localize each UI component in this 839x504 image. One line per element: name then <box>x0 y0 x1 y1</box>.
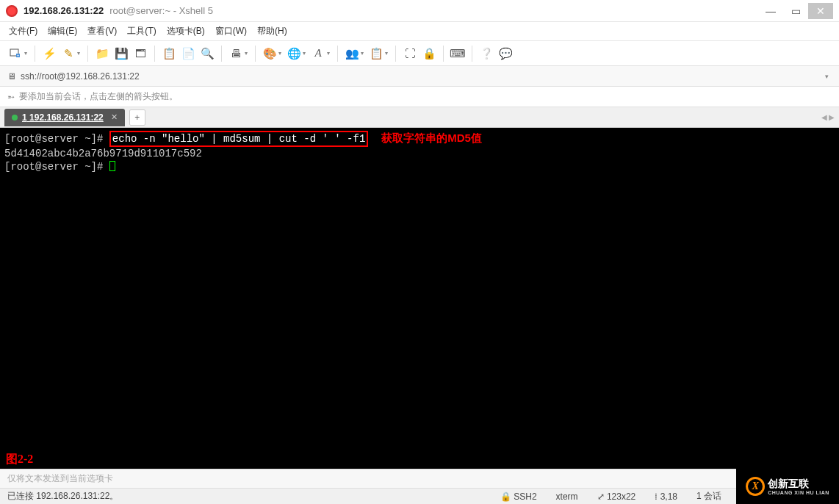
tab-next-icon[interactable]: ▶ <box>829 113 835 121</box>
dropdown-icon[interactable]: ▾ <box>361 50 364 57</box>
font-icon[interactable]: A <box>310 46 326 62</box>
status-term: xterm <box>556 492 578 502</box>
separator <box>443 46 444 62</box>
menu-window[interactable]: 窗口(W) <box>215 25 247 37</box>
prompt-2: [root@server ~]# <box>4 161 109 173</box>
menu-edit[interactable]: 编辑(E) <box>48 25 77 37</box>
dropdown-icon[interactable]: ▾ <box>278 50 281 57</box>
status-pos: ⁞ 3,18 <box>655 492 677 502</box>
tab-bar: 1 192.168.26.131:22 ✕ + ◀ ▶ <box>0 107 839 128</box>
minimize-button[interactable]: — <box>758 3 783 19</box>
close-button[interactable]: ✕ <box>808 3 833 19</box>
address-bar: 🖥 ssh://root@192.168.26.131:22 ▾ <box>0 66 839 87</box>
dropdown-icon[interactable]: ▾ <box>385 50 388 57</box>
dropdown-icon[interactable]: ▾ <box>327 50 330 57</box>
send-bar[interactable]: 仅将文本发送到当前选项卡 <box>0 469 839 488</box>
new-tab-button[interactable]: + <box>129 109 145 126</box>
toolbar: +▾ ⚡ ✎▾ 📁 💾 🗔 📋 📄 🔍 🖶▾ 🎨▾ 🌐▾ A▾ 👥▾ 📋▾ ⛶ … <box>0 41 839 66</box>
annotation: 获取字符串的MD5值 <box>381 132 482 144</box>
status-size: ⤢ 123x22 <box>597 492 636 502</box>
users-icon[interactable]: 👥 <box>344 46 360 62</box>
color-icon[interactable]: 🎨 <box>262 46 278 62</box>
open-icon[interactable]: 📁 <box>94 46 110 62</box>
tab-label: 192.168.26.131:22 <box>29 112 104 123</box>
dropdown-icon[interactable]: ▾ <box>24 50 27 57</box>
hint-arrow-icon[interactable]: ➵ <box>7 92 15 102</box>
dropdown-icon[interactable]: ▾ <box>77 50 80 57</box>
hint-bar: ➵ 要添加当前会话，点击左侧的箭头按钮。 <box>0 87 839 107</box>
title-suffix: root@server:~ - Xshell 5 <box>109 5 213 16</box>
keyboard-icon[interactable]: ⌨ <box>450 46 466 62</box>
separator <box>255 46 256 62</box>
reconnect-icon[interactable]: ⚡ <box>41 46 57 62</box>
status-dot-icon <box>12 115 18 120</box>
paste-icon[interactable]: 📄 <box>180 46 196 62</box>
terminal[interactable]: [root@server ~]# echo -n "hello" | md5su… <box>0 128 839 469</box>
window-controls: — ▭ ✕ <box>758 3 833 19</box>
new-session-icon[interactable]: + <box>7 46 24 62</box>
tab-nav: ◀ ▶ <box>821 113 835 121</box>
separator <box>35 46 35 62</box>
separator <box>154 46 155 62</box>
search-icon[interactable]: 🔍 <box>199 46 215 62</box>
address-url[interactable]: ssh://root@192.168.26.131:22 <box>21 71 140 82</box>
menu-tools[interactable]: 工具(T) <box>127 25 156 37</box>
watermark-brand: 创新互联 <box>768 478 829 489</box>
menubar: 文件(F) 编辑(E) 查看(V) 工具(T) 选项卡(B) 窗口(W) 帮助(… <box>0 22 839 41</box>
fullscreen-icon[interactable]: ⛶ <box>402 46 418 62</box>
save-icon[interactable]: 💾 <box>113 46 129 62</box>
cursor <box>109 161 115 171</box>
properties-icon[interactable]: 🗔 <box>132 46 148 62</box>
command-highlight: echo -n "hello" | md5sum | cut -d ' ' -f… <box>109 131 368 147</box>
watermark-logo: X 创新互联 CHUANG XIN HU LIAN <box>736 469 839 504</box>
hint-text: 要添加当前会话，点击左侧的箭头按钮。 <box>19 90 178 103</box>
print-icon[interactable]: 🖶 <box>228 46 244 62</box>
status-bar: 已连接 192.168.26.131:22。 🔒 SSH2 xterm ⤢ 12… <box>0 488 839 504</box>
copy-icon[interactable]: 📋 <box>161 46 177 62</box>
titlebar: 192.168.26.131:22 root@server:~ - Xshell… <box>0 0 839 22</box>
command-output: 5d41402abc4b2a76b9719d911017c592 <box>4 148 202 159</box>
address-dropdown-icon[interactable]: ▾ <box>822 73 832 80</box>
help-icon[interactable]: ❔ <box>478 46 494 62</box>
session-icon: 🖥 <box>7 71 16 82</box>
separator <box>472 46 472 62</box>
chat-icon[interactable]: 💬 <box>497 46 514 62</box>
dropdown-icon[interactable]: ▾ <box>245 50 248 57</box>
status-sessions: 1 会话 <box>696 490 721 503</box>
menu-file[interactable]: 文件(F) <box>9 25 37 37</box>
separator <box>87 46 88 62</box>
watermark-sub: CHUANG XIN HU LIAN <box>768 490 829 495</box>
separator <box>221 46 222 62</box>
send-placeholder: 仅将文本发送到当前选项卡 <box>7 472 113 485</box>
separator <box>395 46 396 62</box>
tab-close-icon[interactable]: ✕ <box>111 112 118 122</box>
separator <box>337 46 338 62</box>
app-icon <box>6 5 18 17</box>
maximize-button[interactable]: ▭ <box>783 3 808 19</box>
tab-prev-icon[interactable]: ◀ <box>821 113 827 121</box>
menu-view[interactable]: 查看(V) <box>87 25 117 37</box>
figure-label: 图2-2 <box>6 453 33 466</box>
lock-icon[interactable]: 🔒 <box>421 46 437 62</box>
status-proto: 🔒 SSH2 <box>500 492 537 502</box>
script-icon[interactable]: 📋 <box>368 46 384 62</box>
menu-help[interactable]: 帮助(H) <box>257 25 287 37</box>
menu-tabs[interactable]: 选项卡(B) <box>167 25 205 37</box>
status-connection: 已连接 192.168.26.131:22。 <box>7 490 118 503</box>
watermark-ring-icon: X <box>746 477 765 496</box>
dropdown-icon[interactable]: ▾ <box>303 50 306 57</box>
prompt-1: [root@server ~]# <box>4 133 109 145</box>
disconnect-icon[interactable]: ✎ <box>60 46 76 62</box>
session-tab[interactable]: 1 192.168.26.131:22 ✕ <box>4 109 125 126</box>
tab-index: 1 <box>22 112 27 123</box>
globe-icon[interactable]: 🌐 <box>286 46 302 62</box>
svg-text:+: + <box>17 53 20 57</box>
title-host: 192.168.26.131:22 <box>24 5 104 16</box>
